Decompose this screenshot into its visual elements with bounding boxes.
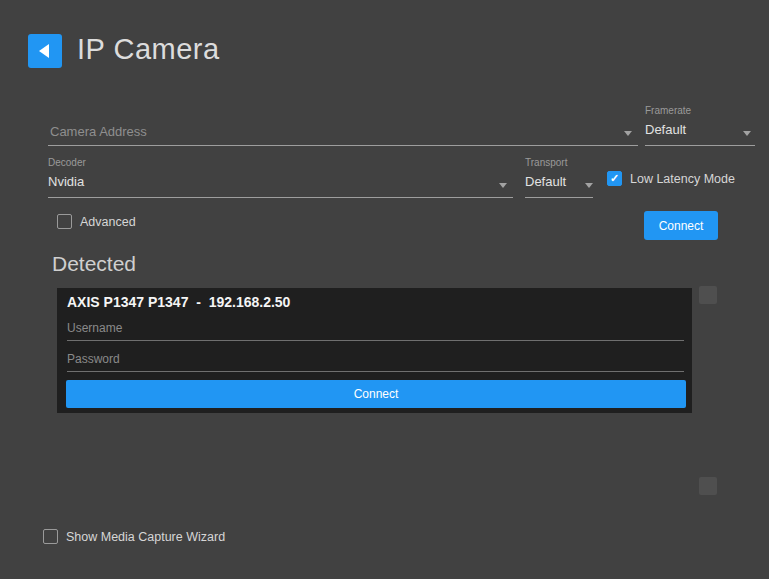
page-title: IP Camera xyxy=(77,33,220,66)
decoder-value[interactable]: Nvidia xyxy=(48,174,84,189)
low-latency-checkbox-row[interactable]: ✓ Low Latency Mode xyxy=(607,171,735,186)
show-media-capture-wizard-row[interactable]: Show Media Capture Wizard xyxy=(43,529,225,544)
username-field[interactable] xyxy=(67,312,684,341)
camera-address-field[interactable] xyxy=(48,112,638,146)
detected-camera-card: AXIS P1347 P1347 - 192.168.2.50 Connect xyxy=(57,288,692,413)
transport-dropdown[interactable]: Transport Default xyxy=(525,157,593,198)
ip-camera-page: IP Camera Framerate Default Decoder Nvid… xyxy=(0,0,769,579)
advanced-checkbox[interactable] xyxy=(57,214,72,229)
add-camera-button[interactable] xyxy=(699,477,717,495)
advanced-label: Advanced xyxy=(80,215,136,229)
camera-address-input[interactable] xyxy=(48,124,638,145)
checkmark-icon: ✓ xyxy=(610,173,619,184)
show-media-capture-wizard-checkbox[interactable] xyxy=(43,529,58,544)
chevron-down-icon[interactable] xyxy=(585,183,593,188)
low-latency-label: Low Latency Mode xyxy=(630,172,735,186)
back-button[interactable] xyxy=(28,34,62,68)
low-latency-checkbox[interactable]: ✓ xyxy=(607,171,622,186)
decoder-label: Decoder xyxy=(48,157,513,168)
framerate-label: Framerate xyxy=(645,105,755,116)
advanced-checkbox-row[interactable]: Advanced xyxy=(57,214,136,229)
show-media-capture-wizard-label: Show Media Capture Wizard xyxy=(66,530,225,544)
chevron-down-icon[interactable] xyxy=(743,131,751,136)
decoder-dropdown[interactable]: Decoder Nvidia xyxy=(48,157,513,198)
detected-camera-title: AXIS P1347 P1347 - 192.168.2.50 xyxy=(67,294,290,310)
chevron-down-icon[interactable] xyxy=(624,131,632,136)
chevron-down-icon[interactable] xyxy=(499,183,507,188)
transport-value[interactable]: Default xyxy=(525,174,566,189)
transport-label: Transport xyxy=(525,157,593,168)
password-field[interactable] xyxy=(67,344,684,372)
detected-heading: Detected xyxy=(52,252,136,276)
connect-button[interactable]: Connect xyxy=(644,211,718,240)
back-arrow-icon xyxy=(39,44,49,58)
framerate-value[interactable]: Default xyxy=(645,122,686,137)
username-input[interactable] xyxy=(67,321,684,340)
camera-connect-button[interactable]: Connect xyxy=(66,380,686,408)
password-input[interactable] xyxy=(67,352,684,371)
framerate-dropdown[interactable]: Framerate Default xyxy=(645,105,755,146)
add-camera-button[interactable] xyxy=(699,286,717,304)
